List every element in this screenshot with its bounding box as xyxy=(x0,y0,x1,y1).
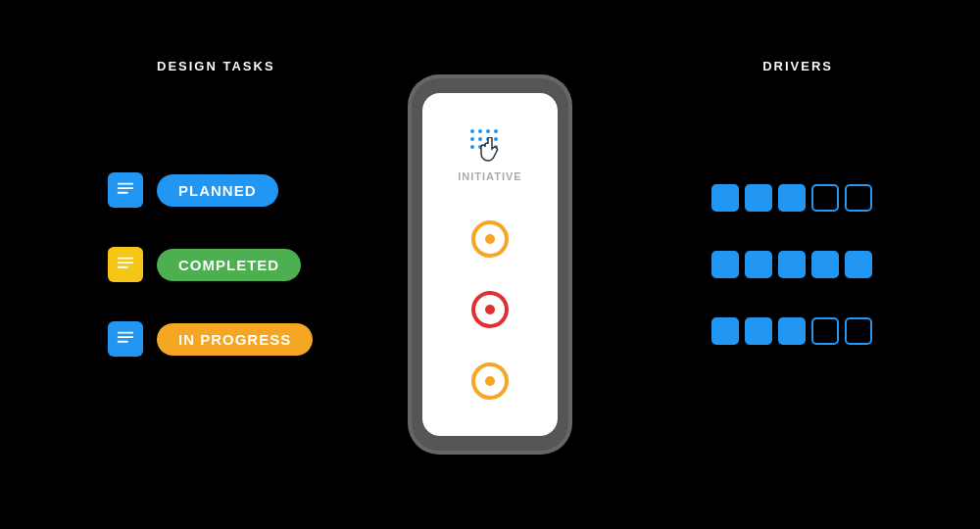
task-row-planned: PLANNED xyxy=(108,172,278,208)
svg-rect-7 xyxy=(118,336,134,338)
drivers-row-in-progress xyxy=(711,317,872,345)
drivers-row-planned xyxy=(711,184,872,212)
task-row-in-progress: IN PROGRESS xyxy=(108,321,313,357)
initiative-label: INITIATIVE xyxy=(458,170,521,182)
driver-sq xyxy=(811,251,839,278)
ring-yellow xyxy=(471,220,509,258)
ring-red xyxy=(471,291,509,328)
driver-sq xyxy=(711,184,739,212)
hand-cursor-icon xyxy=(480,137,502,168)
svg-rect-6 xyxy=(118,332,134,334)
task-icon-planned xyxy=(108,172,143,208)
svg-rect-1 xyxy=(118,187,134,189)
phone-screen: INITIATIVE xyxy=(422,93,558,436)
driver-sq xyxy=(778,184,806,212)
list-icon-planned xyxy=(115,179,136,201)
phone-header: INITIATIVE xyxy=(458,129,521,182)
main-diagram: DESIGN TASKS DRIVERS xyxy=(49,29,931,500)
ring-orange xyxy=(471,362,509,400)
cursor-icon xyxy=(470,129,510,165)
circle-in-progress xyxy=(471,362,509,400)
driver-sq xyxy=(778,317,806,345)
svg-rect-2 xyxy=(118,192,128,194)
svg-rect-5 xyxy=(118,266,128,268)
badge-in-progress: IN PROGRESS xyxy=(157,323,313,356)
task-icon-in-progress xyxy=(108,321,143,357)
task-icon-completed xyxy=(108,247,143,282)
circle-completed xyxy=(471,291,509,328)
svg-rect-4 xyxy=(118,262,134,264)
drivers-row-completed xyxy=(711,251,872,278)
dot-yellow xyxy=(485,234,495,244)
driver-sq xyxy=(778,251,806,278)
design-tasks-column: PLANNED COMPLETED IN PROGRES xyxy=(108,172,313,357)
driver-sq xyxy=(745,184,772,212)
task-row-completed: COMPLETED xyxy=(108,247,301,282)
drivers-column xyxy=(711,184,872,345)
col-header-design-tasks: DESIGN TASKS xyxy=(157,59,275,73)
svg-rect-8 xyxy=(118,341,128,343)
list-icon-in-progress xyxy=(115,328,136,350)
driver-sq xyxy=(711,251,739,278)
circle-planned xyxy=(471,220,509,258)
driver-sq xyxy=(745,317,772,345)
badge-completed: COMPLETED xyxy=(157,249,301,281)
svg-rect-3 xyxy=(118,258,134,260)
driver-sq-empty xyxy=(811,317,839,345)
dot-orange xyxy=(485,376,495,386)
driver-sq-empty xyxy=(845,184,872,212)
phone-device: INITIATIVE xyxy=(412,78,568,451)
driver-sq xyxy=(845,251,872,278)
driver-sq xyxy=(711,317,739,345)
badge-planned: PLANNED xyxy=(157,174,278,207)
col-header-drivers: DRIVERS xyxy=(762,59,833,73)
svg-rect-0 xyxy=(118,183,134,185)
driver-sq xyxy=(745,251,772,278)
driver-sq-empty xyxy=(845,317,872,345)
driver-sq-empty xyxy=(811,184,839,212)
list-icon-completed xyxy=(115,254,136,275)
dot-red xyxy=(485,305,495,314)
